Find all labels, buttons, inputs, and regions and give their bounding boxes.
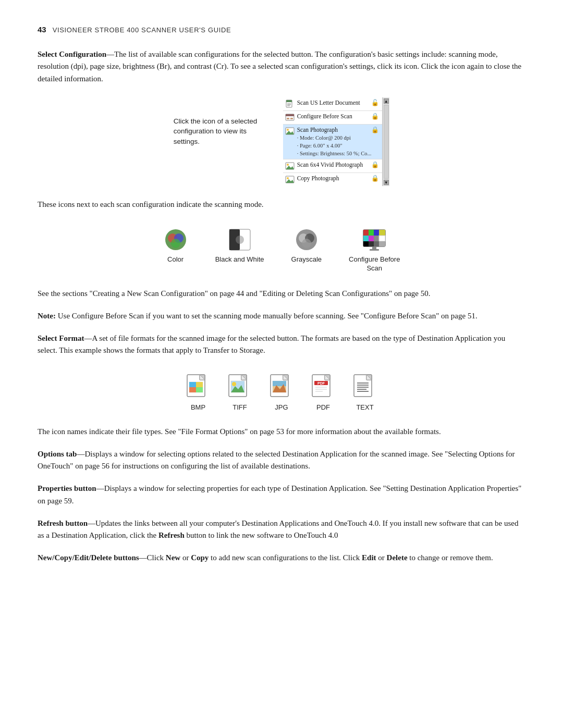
- svg-point-10: [287, 129, 289, 131]
- format-icon-label: JPG: [275, 403, 288, 411]
- note-label: Note:: [38, 312, 56, 320]
- or2: or: [376, 553, 387, 562]
- configure-icon: [285, 113, 295, 122]
- mode-icon-label: Color: [167, 255, 183, 264]
- format-icon-tiff: TIFF: [227, 374, 253, 411]
- svg-point-16: [287, 177, 289, 179]
- document-icon: [285, 100, 295, 109]
- format-icon-label: TEXT: [356, 403, 373, 411]
- svg-rect-42: [379, 241, 385, 246]
- grayscale-icon: [294, 227, 319, 252]
- or1: or: [180, 553, 191, 562]
- lock-icon: 🔒: [371, 175, 379, 182]
- scroll-down-button[interactable]: ▼: [384, 180, 389, 185]
- bw-icon: [227, 227, 252, 252]
- svg-rect-8: [290, 118, 293, 119]
- format-icons-row: BMP TIFF: [185, 374, 378, 411]
- icon-names-para: The icon names indicate their file types…: [38, 426, 525, 438]
- lock-icon: 🔒: [371, 126, 379, 134]
- select-format-para: Select Format—A set of file formats for …: [38, 332, 525, 357]
- copy-bold: Copy: [191, 553, 209, 562]
- color-icon: [163, 227, 188, 252]
- svg-rect-50: [196, 382, 203, 387]
- format-icons-figure: BMP TIFF: [38, 369, 525, 413]
- format-icon-label: PDF: [316, 403, 330, 411]
- format-icon-text: TEXT: [352, 374, 378, 411]
- svg-rect-31: [363, 230, 369, 236]
- svg-point-58: [232, 382, 236, 386]
- scan-config-container: Click the icon of a selected configurati…: [174, 97, 390, 186]
- svg-rect-37: [374, 236, 379, 241]
- scan-list-item-label: Copy Photograph: [297, 175, 372, 182]
- svg-rect-33: [374, 230, 379, 236]
- select-format-text: —A set of file formats for the scanned i…: [38, 334, 505, 354]
- page-header: 43 Visioneer Strobe 400 Scanner User's G…: [38, 25, 525, 34]
- svg-point-29: [302, 239, 311, 248]
- scrollbar[interactable]: ▲ ▼: [382, 97, 389, 186]
- format-icon-bmp: BMP: [185, 374, 211, 411]
- scan-list-row[interactable]: Scan Photograph · Mode: Color@ 200 dpi ·…: [283, 125, 383, 159]
- svg-rect-38: [379, 236, 385, 241]
- mode-icon-label: Black and White: [215, 255, 264, 264]
- mode-icon-label: Configure Before Scan: [349, 255, 400, 273]
- pdf-icon: PDF: [310, 374, 336, 401]
- svg-rect-52: [196, 387, 203, 392]
- svg-rect-36: [369, 236, 374, 241]
- refresh-button-para: Refresh button—Updates the links between…: [38, 517, 525, 542]
- page-number: 43: [38, 25, 46, 34]
- photo-icon: [285, 127, 295, 136]
- svg-point-13: [287, 164, 289, 166]
- delete-bold: Delete: [387, 553, 408, 562]
- scan-config-caption: Click the icon of a selected configurati…: [174, 97, 262, 147]
- select-config-para: Select Configuration—The list of availab…: [38, 48, 525, 85]
- new-copy-end: to change or remove them.: [408, 553, 493, 562]
- options-tab-label: Options tab: [38, 450, 77, 458]
- mode-icon-grayscale: Grayscale: [291, 227, 322, 264]
- mode-icons-row: Color Black and White: [163, 227, 400, 273]
- scan-list-widget: Scan US Letter Document 🔓 Configure Befo…: [283, 97, 390, 186]
- svg-rect-35: [363, 236, 369, 241]
- refresh-bold: Refresh: [158, 531, 185, 539]
- scan-list-row[interactable]: Copy Photograph 🔒: [283, 173, 383, 186]
- new-copy-label: New/Copy/Edit/Delete buttons: [38, 553, 139, 562]
- configure-before-scan-icon: [362, 227, 387, 252]
- lock-icon: 🔒: [371, 113, 379, 120]
- format-icon-label: BMP: [191, 403, 205, 411]
- scan-list-row[interactable]: Scan 6x4 Vivid Photograph 🔒: [283, 159, 383, 173]
- svg-rect-24: [229, 229, 231, 250]
- page-title: Visioneer Strobe 400 Scanner User's Guid…: [53, 26, 231, 34]
- svg-rect-51: [189, 387, 196, 392]
- properties-button-para: Properties button—Displays a window for …: [38, 483, 525, 507]
- properties-button-text: —Displays a window for selecting propert…: [38, 484, 521, 504]
- scan-list-item-label: Scan 6x4 Vivid Photograph: [297, 161, 372, 169]
- scroll-up-button[interactable]: ▲: [384, 98, 389, 104]
- lock-icon: 🔒: [371, 161, 379, 169]
- svg-rect-65: [273, 381, 286, 386]
- scan-list-row[interactable]: Scan US Letter Document 🔓: [283, 97, 383, 111]
- new-copy-text: —Click: [139, 553, 166, 562]
- note-para: Note: Use Configure Before Scan if you w…: [38, 310, 525, 322]
- svg-rect-7: [287, 118, 289, 119]
- format-icon-pdf: PDF PDF: [310, 374, 336, 411]
- svg-rect-32: [369, 230, 374, 236]
- svg-point-25: [236, 236, 244, 244]
- svg-text:PDF: PDF: [317, 381, 325, 385]
- new-copy-para: New/Copy/Edit/Delete buttons—Click New o…: [38, 552, 525, 564]
- text-icon: [352, 374, 378, 401]
- mode-icons-figure: Color Black and White: [38, 223, 525, 275]
- svg-rect-39: [363, 241, 369, 246]
- mode-icon-label: Grayscale: [291, 255, 322, 264]
- scroll-track: [384, 105, 389, 179]
- note-text: Use Configure Before Scan if you want to…: [56, 312, 478, 320]
- see-sections-para: See the sections "Creating a New Scan Co…: [38, 288, 525, 300]
- svg-rect-1: [286, 100, 292, 102]
- svg-rect-41: [374, 241, 379, 246]
- refresh-button-label: Refresh button: [38, 519, 88, 527]
- scan-list-item-label: Configure Before Scan: [297, 113, 372, 120]
- mode-icon-color: Color: [163, 227, 188, 264]
- select-config-text: —The list of available scan configuratio…: [38, 50, 521, 83]
- format-icon-label: TIFF: [232, 403, 247, 411]
- refresh-after: button to link the new software to OneTo…: [185, 531, 338, 539]
- scan-list-row[interactable]: Configure Before Scan 🔒: [283, 111, 383, 125]
- tiff-icon: [227, 374, 253, 401]
